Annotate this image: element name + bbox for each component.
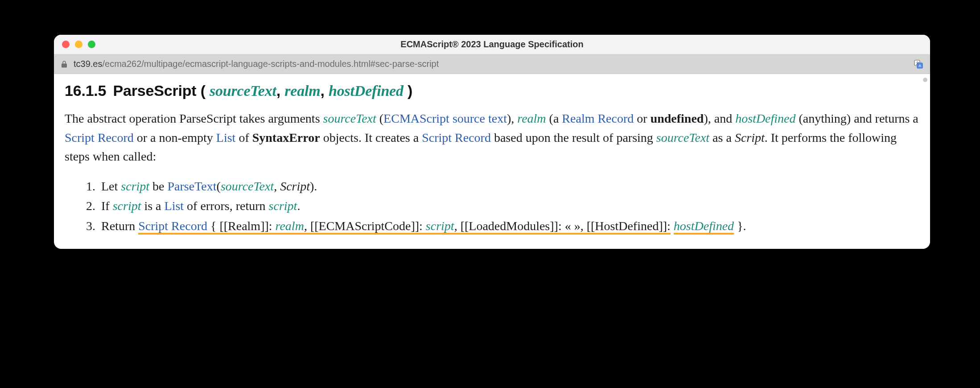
address-bar[interactable]: tc39.es/ecma262/multipage/ecmascript-lan… [54,54,930,74]
link-realm-record[interactable]: Realm Record [562,111,634,125]
nonterminal-script-s1: Script [280,179,310,193]
url-path: /ecma262/multipage/ecmascript-language-s… [102,59,439,69]
section-name: ParseScript [113,82,197,99]
var-script: script [121,179,149,193]
traffic-lights [54,41,95,48]
syntaxerror-keyword: SyntaxError [252,131,320,144]
maximize-icon[interactable] [88,41,95,48]
step-2: If script is a List of errors, return sc… [99,197,919,216]
var-sourcetext-2: sourceText [656,131,709,144]
var-realm: realm [517,111,546,125]
var-sourcetext-s1: sourceText [221,179,274,193]
step-1: Let script be ParseText(sourceText, Scri… [99,177,919,196]
var-realm-s3: realm [276,219,304,233]
window-title: ECMAScript® 2023 Language Specification [54,39,930,50]
browser-window: ECMAScript® 2023 Language Specification … [54,35,930,249]
intro-paragraph: The abstract operation ParseScript takes… [65,109,919,166]
nonterminal-script: Script [735,131,765,144]
var-script-s3: script [426,219,454,233]
titlebar: ECMAScript® 2023 Language Specification [54,35,930,54]
step-3: Return Script Record { [[Realm]]: realm,… [99,217,919,236]
undefined-keyword: undefined [651,111,704,125]
var-hostdefined: hostDefined [735,111,795,125]
algorithm-steps: Let script be ParseText(sourceText, Scri… [65,177,919,236]
url: tc39.es/ecma262/multipage/ecmascript-lan… [74,59,439,69]
close-icon[interactable] [62,41,70,48]
section-number: 16.1.5 [65,82,106,99]
var-sourcetext: sourceText [323,111,376,125]
url-domain: tc39.es [74,59,102,69]
scrollbar-thumb-icon[interactable] [923,78,927,82]
link-script-record-1[interactable]: Script Record [65,131,134,144]
svg-text:A: A [919,64,922,68]
link-list-s2[interactable]: List [165,199,184,213]
translate-icon[interactable]: 文 A [913,59,924,70]
link-list-1[interactable]: List [216,131,236,144]
section-heading: 16.1.5 ParseScript ( sourceText, realm, … [65,82,919,99]
page-content: 16.1.5 ParseScript ( sourceText, realm, … [54,74,930,249]
lock-icon [60,60,68,68]
link-script-record-2[interactable]: Script Record [422,131,491,144]
heading-arg-hostdefined: hostDefined [329,83,404,99]
var-script-s2b: script [269,199,297,213]
heading-arg-realm: realm [284,83,320,99]
var-hostdefined-s3: hostDefined [674,219,734,233]
link-script-record-s3[interactable]: Script Record [138,219,207,233]
heading-arg-sourcetext: sourceText [210,83,276,99]
var-script-s2a: script [113,199,141,213]
link-ecmascript-source-text[interactable]: ECMAScript source text [383,111,507,125]
minimize-icon[interactable] [75,41,82,48]
link-parsetext[interactable]: ParseText [168,179,217,193]
